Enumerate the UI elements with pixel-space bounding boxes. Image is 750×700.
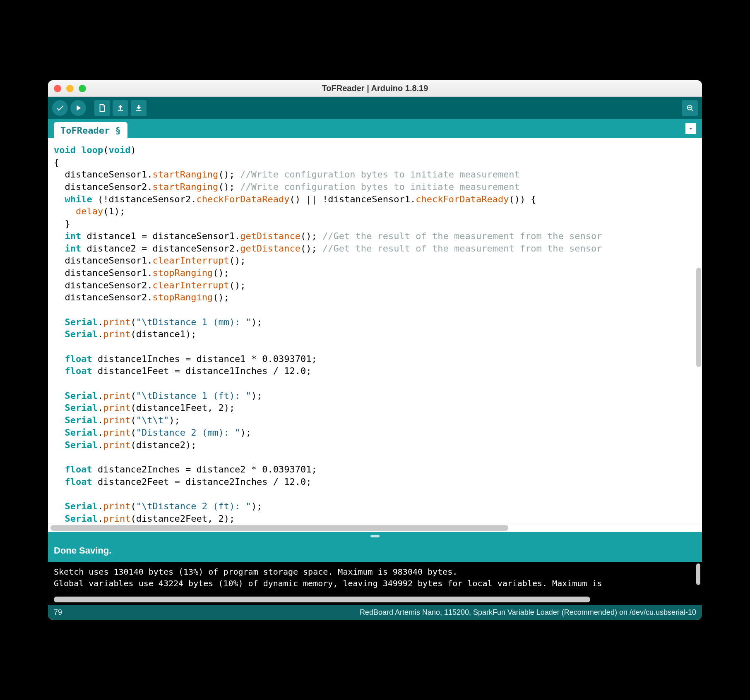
save-sketch-button[interactable] xyxy=(131,100,147,116)
titlebar: ToFReader | Arduino 1.8.19 xyxy=(48,80,702,97)
editor-vertical-scrollbar[interactable] xyxy=(696,141,701,529)
output-console[interactable]: Sketch uses 130140 bytes (13%) of progra… xyxy=(48,562,702,594)
minimize-window-button[interactable] xyxy=(66,85,74,92)
status-bar: Done Saving. xyxy=(48,540,702,562)
footer-bar: 79 RedBoard Artemis Nano, 115200, SparkF… xyxy=(48,605,702,620)
console-vertical-scrollbar[interactable] xyxy=(696,563,700,585)
sketch-tab[interactable]: ToFReader § xyxy=(54,122,127,138)
window-title: ToFReader | Arduino 1.8.19 xyxy=(48,84,702,93)
tab-menu-button[interactable] xyxy=(685,123,696,134)
close-window-button[interactable] xyxy=(54,85,61,92)
editor-horizontal-scrollbar[interactable] xyxy=(48,523,702,532)
tab-strip: ToFReader § xyxy=(48,119,702,138)
traffic-lights xyxy=(54,85,86,92)
zoom-window-button[interactable] xyxy=(79,85,86,92)
code-editor[interactable]: void loop(void) { distanceSensor1.startR… xyxy=(48,138,702,523)
svg-rect-0 xyxy=(118,110,123,111)
new-sketch-button[interactable] xyxy=(94,100,110,116)
upload-button[interactable] xyxy=(70,100,86,116)
board-port-info: RedBoard Artemis Nano, 115200, SparkFun … xyxy=(360,608,696,617)
status-message: Done Saving. xyxy=(54,545,111,556)
console-line: Sketch uses 130140 bytes (13%) of progra… xyxy=(54,567,457,577)
verify-button[interactable] xyxy=(52,100,68,116)
line-number-indicator: 79 xyxy=(54,608,62,617)
open-sketch-button[interactable] xyxy=(113,100,128,116)
serial-monitor-button[interactable] xyxy=(682,100,698,116)
arduino-ide-window: ToFReader | Arduino 1.8.19 ToFReader § v… xyxy=(48,80,702,620)
console-horizontal-scrollbar[interactable] xyxy=(48,594,702,605)
svg-rect-1 xyxy=(136,110,142,111)
splitter-handle[interactable] xyxy=(48,532,702,540)
toolbar xyxy=(48,97,702,119)
editor-area: void loop(void) { distanceSensor1.startR… xyxy=(48,138,702,532)
console-line: Global variables use 43224 bytes (10%) o… xyxy=(54,578,607,588)
